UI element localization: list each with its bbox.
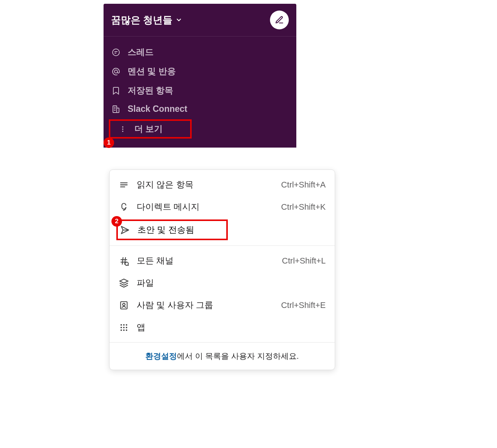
building-icon bbox=[111, 104, 121, 114]
shortcut-label: Ctrl+Shift+A bbox=[281, 180, 326, 190]
dm-icon bbox=[119, 202, 129, 212]
svg-point-26 bbox=[120, 329, 122, 331]
files-icon bbox=[119, 278, 129, 288]
sidebar-nav: 스레드 멘션 및 반응 저장된 항목 Slack Connect bbox=[104, 37, 296, 148]
svg-point-28 bbox=[126, 329, 127, 331]
annotation-badge-1: 1 bbox=[104, 137, 114, 148]
popup-group-1: 읽지 않은 항목 Ctrl+Shift+A 다이렉트 메시지 Ctrl+Shif… bbox=[110, 170, 335, 245]
send-icon bbox=[120, 225, 130, 235]
sidebar-item-label: 더 보기 bbox=[134, 123, 163, 135]
sidebar-item-more[interactable]: 더 보기 bbox=[116, 123, 184, 135]
svg-point-20 bbox=[120, 324, 122, 326]
sidebar-item-label: 스레드 bbox=[128, 46, 154, 58]
more-popup: 읽지 않은 항목 Ctrl+Shift+A 다이렉트 메시지 Ctrl+Shif… bbox=[109, 169, 335, 370]
popup-item-label: 다이렉트 메시지 bbox=[137, 201, 273, 213]
preferences-link[interactable]: 환경설정 bbox=[145, 352, 177, 360]
threads-icon bbox=[111, 47, 121, 57]
sidebar-item-label: 저장된 항목 bbox=[128, 85, 173, 96]
highlight-box-2: 초안 및 전송됨 bbox=[116, 219, 228, 240]
svg-point-4 bbox=[122, 126, 123, 127]
sidebar-item-threads[interactable]: 스레드 bbox=[104, 43, 296, 62]
popup-group-2: 모든 채널 Ctrl+Shift+L 파일 사람 및 사용자 그룹 Ctrl+S… bbox=[110, 246, 335, 342]
svg-point-1 bbox=[114, 70, 117, 73]
popup-item-label: 사람 및 사용자 그룹 bbox=[137, 299, 273, 311]
unread-icon bbox=[119, 180, 129, 190]
workspace-switcher[interactable]: 꿈많은 청년들 bbox=[111, 14, 182, 27]
compose-icon bbox=[275, 15, 284, 24]
svg-point-15 bbox=[125, 262, 128, 265]
sidebar-item-label: Slack Connect bbox=[128, 104, 188, 114]
sidebar-item-saved[interactable]: 저장된 항목 bbox=[104, 81, 296, 100]
popup-item-label: 파일 bbox=[137, 277, 318, 289]
svg-rect-3 bbox=[117, 108, 119, 113]
svg-marker-17 bbox=[120, 279, 128, 283]
svg-point-6 bbox=[122, 131, 123, 132]
svg-point-23 bbox=[120, 327, 122, 328]
annotation-badge-2: 2 bbox=[111, 216, 122, 227]
svg-point-24 bbox=[123, 327, 125, 328]
svg-line-16 bbox=[128, 265, 129, 265]
svg-point-21 bbox=[123, 324, 125, 326]
at-icon bbox=[111, 67, 121, 76]
footer-text: 에서 이 목록을 사용자 지정하세요. bbox=[177, 352, 299, 360]
sidebar-item-mentions[interactable]: 멘션 및 반응 bbox=[104, 62, 296, 81]
svg-line-13 bbox=[122, 257, 123, 265]
popup-footer: 환경설정에서 이 목록을 사용자 지정하세요. bbox=[110, 343, 335, 370]
popup-item-unread[interactable]: 읽지 않은 항목 Ctrl+Shift+A bbox=[110, 174, 335, 196]
popup-item-drafts[interactable]: 초안 및 전송됨 bbox=[137, 224, 194, 236]
sidebar-item-label: 멘션 및 반응 bbox=[128, 66, 176, 77]
shortcut-label: Ctrl+Shift+K bbox=[281, 202, 326, 212]
apps-icon bbox=[119, 322, 129, 333]
chevron-down-icon bbox=[175, 17, 182, 23]
sidebar-item-slack-connect[interactable]: Slack Connect bbox=[104, 100, 296, 118]
workspace-name-label: 꿈많은 청년들 bbox=[111, 14, 172, 27]
svg-point-5 bbox=[122, 128, 123, 130]
shortcut-label: Ctrl+Shift+E bbox=[281, 300, 326, 310]
popup-item-label: 읽지 않은 항목 bbox=[137, 179, 273, 190]
bookmark-icon bbox=[111, 86, 121, 96]
popup-item-people[interactable]: 사람 및 사용자 그룹 Ctrl+Shift+E bbox=[110, 294, 335, 316]
popup-item-files[interactable]: 파일 bbox=[110, 272, 335, 294]
popup-item-apps[interactable]: 앱 bbox=[110, 316, 335, 338]
popup-item-dm[interactable]: 다이렉트 메시지 Ctrl+Shift+K bbox=[110, 196, 335, 218]
svg-point-19 bbox=[123, 303, 125, 306]
shortcut-label: Ctrl+Shift+L bbox=[282, 256, 326, 266]
highlight-box-1: 더 보기 bbox=[109, 119, 192, 139]
popup-item-all-channels[interactable]: 모든 채널 Ctrl+Shift+L bbox=[110, 250, 335, 272]
popup-item-label: 모든 채널 bbox=[137, 255, 274, 267]
people-icon bbox=[119, 300, 129, 311]
compose-button[interactable] bbox=[270, 11, 289, 29]
more-icon bbox=[118, 124, 128, 134]
hash-icon bbox=[119, 256, 129, 266]
svg-point-27 bbox=[123, 329, 125, 331]
popup-item-label: 앱 bbox=[137, 322, 318, 333]
sidebar-header: 꿈많은 청년들 bbox=[104, 4, 296, 37]
svg-point-25 bbox=[126, 327, 127, 328]
svg-point-0 bbox=[113, 49, 119, 56]
svg-point-22 bbox=[126, 324, 127, 326]
sidebar: 꿈많은 청년들 스레드 멘션 및 반응 bbox=[104, 4, 296, 148]
